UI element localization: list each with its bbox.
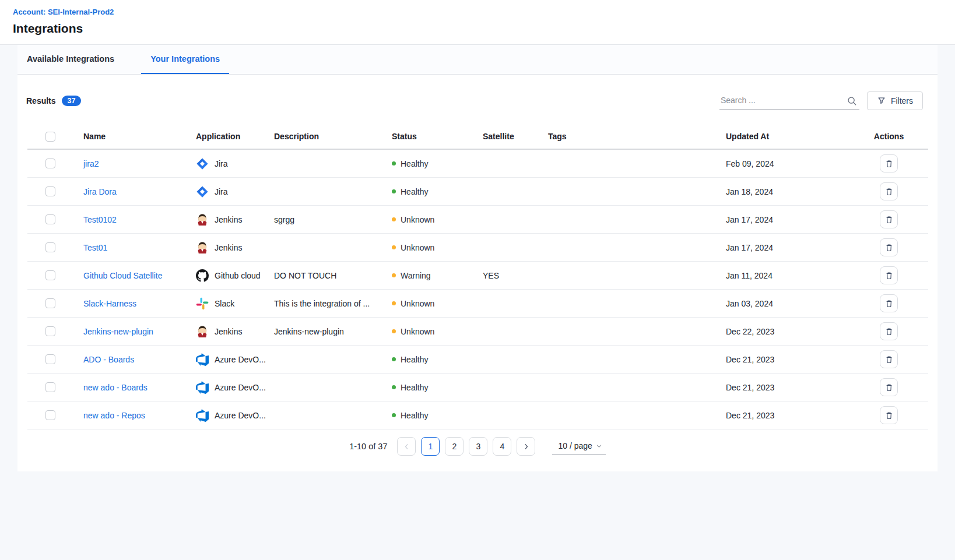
pagination: 1-10 of 37 1234 10 / page: [17, 437, 938, 456]
tab-your-integrations[interactable]: Your Integrations: [141, 45, 229, 74]
status-cell: Unknown: [392, 243, 483, 252]
jenkins-icon: [196, 241, 209, 254]
status-dot: [392, 301, 396, 305]
trash-icon: [884, 159, 894, 168]
table-row: Slack-HarnessSlackThis is the integratio…: [27, 290, 928, 318]
table-row: Jenkins-new-pluginJenkinsJenkins-new-plu…: [27, 318, 928, 346]
application-label: Azure DevO...: [215, 383, 266, 392]
row-checkbox[interactable]: [45, 159, 55, 168]
status-cell: Healthy: [392, 355, 483, 364]
integration-name-link[interactable]: new ado - Boards: [83, 383, 148, 392]
table-row: Github Cloud SatelliteGithub cloudDO NOT…: [27, 262, 928, 290]
status-cell: Healthy: [392, 383, 483, 392]
updated-at-cell: Dec 21, 2023: [726, 383, 849, 392]
jenkins-icon: [196, 325, 209, 338]
page-header: Account: SEI-Internal-Prod2 Integrations: [0, 0, 955, 45]
integration-name-link[interactable]: Jenkins-new-plugin: [83, 327, 153, 336]
integration-name-link[interactable]: Slack-Harness: [83, 299, 136, 308]
delete-button[interactable]: [880, 406, 898, 424]
page-size-select[interactable]: 10 / page: [552, 438, 605, 455]
application-label: Github cloud: [215, 271, 261, 280]
jira-icon: [196, 157, 209, 170]
status-cell: Unknown: [392, 327, 483, 336]
integration-name-link[interactable]: Test0102: [83, 215, 117, 224]
table-row: new ado - BoardsAzure DevO...HealthyDec …: [27, 374, 928, 401]
delete-button[interactable]: [880, 294, 898, 312]
integration-name-link[interactable]: Github Cloud Satellite: [83, 271, 162, 280]
results-summary: Results 37: [26, 96, 81, 107]
tab-bar: Available Integrations Your Integrations: [17, 45, 938, 75]
filter-funnel-icon: [877, 96, 886, 105]
application-label: Jira: [215, 159, 228, 168]
search-icon: [847, 96, 857, 108]
application-label: Slack: [215, 299, 234, 308]
pagination-page-3[interactable]: 3: [469, 437, 487, 456]
status-label: Healthy: [401, 383, 428, 392]
chevron-right-icon: [522, 443, 530, 450]
toolbar: Results 37 Filters: [17, 90, 938, 111]
filters-button[interactable]: Filters: [867, 91, 923, 110]
table-row: Test01JenkinsUnknownJan 17, 2024: [27, 234, 928, 262]
description-cell: DO NOT TOUCH: [274, 271, 392, 280]
delete-button[interactable]: [880, 378, 898, 396]
status-label: Healthy: [401, 355, 428, 364]
updated-at-cell: Dec 21, 2023: [726, 411, 849, 420]
delete-button[interactable]: [880, 266, 898, 284]
row-checkbox[interactable]: [45, 354, 55, 364]
delete-button[interactable]: [880, 350, 898, 368]
trash-icon: [884, 186, 894, 196]
chevron-down-icon: [596, 443, 602, 449]
pagination-page-4[interactable]: 4: [493, 437, 511, 456]
delete-button[interactable]: [880, 238, 898, 256]
status-cell: Healthy: [392, 187, 483, 196]
delete-button[interactable]: [880, 182, 898, 200]
application-label: Jira: [215, 187, 228, 196]
azure-icon: [196, 353, 209, 366]
pagination-page-2[interactable]: 2: [445, 437, 464, 456]
updated-at-cell: Jan 17, 2024: [726, 215, 849, 224]
column-header-satellite: Satellite: [483, 132, 548, 141]
row-checkbox[interactable]: [45, 242, 55, 252]
azure-icon: [196, 409, 209, 422]
integration-name-link[interactable]: jira2: [83, 159, 99, 168]
tab-available-integrations[interactable]: Available Integrations: [17, 45, 124, 74]
trash-icon: [884, 214, 894, 224]
integration-name-link[interactable]: ADO - Boards: [83, 355, 134, 364]
integration-name-link[interactable]: new ado - Repos: [83, 411, 145, 420]
account-breadcrumb[interactable]: Account: SEI-Internal-Prod2: [13, 8, 955, 16]
status-label: Unknown: [401, 299, 434, 308]
row-checkbox[interactable]: [45, 326, 55, 336]
updated-at-cell: Jan 11, 2024: [726, 271, 849, 280]
pagination-page-1[interactable]: 1: [421, 437, 440, 456]
delete-button[interactable]: [880, 154, 898, 172]
content-card: Available Integrations Your Integrations…: [17, 45, 938, 471]
delete-button[interactable]: [880, 210, 898, 228]
status-cell: Healthy: [392, 159, 483, 168]
status-dot: [392, 413, 396, 417]
application-label: Azure DevO...: [215, 411, 266, 420]
updated-at-cell: Dec 21, 2023: [726, 355, 849, 364]
integration-name-link[interactable]: Test01: [83, 243, 107, 252]
column-header-name: Name: [83, 132, 196, 141]
search-input[interactable]: [719, 92, 842, 108]
row-checkbox[interactable]: [45, 410, 55, 420]
table-row: ADO - BoardsAzure DevO...HealthyDec 21, …: [27, 346, 928, 374]
table-row: new ado - ReposAzure DevO...HealthyDec 2…: [27, 401, 928, 429]
status-label: Healthy: [401, 187, 428, 196]
row-checkbox[interactable]: [45, 298, 55, 308]
slack-icon: [196, 297, 209, 310]
delete-button[interactable]: [880, 322, 898, 340]
integration-name-link[interactable]: Jira Dora: [83, 187, 117, 196]
row-checkbox[interactable]: [45, 186, 55, 196]
pagination-next-button[interactable]: [517, 437, 535, 456]
status-cell: Warning: [392, 271, 483, 280]
row-checkbox[interactable]: [45, 214, 55, 224]
trash-icon: [884, 242, 894, 252]
page-size-value: 10 / page: [558, 441, 592, 450]
row-checkbox[interactable]: [45, 382, 55, 392]
integrations-table: NameApplicationDescriptionStatusSatellit…: [27, 124, 928, 429]
pagination-prev-button[interactable]: [397, 437, 416, 456]
select-all-checkbox[interactable]: [45, 132, 55, 142]
row-checkbox[interactable]: [45, 270, 55, 280]
updated-at-cell: Dec 22, 2023: [726, 327, 849, 336]
